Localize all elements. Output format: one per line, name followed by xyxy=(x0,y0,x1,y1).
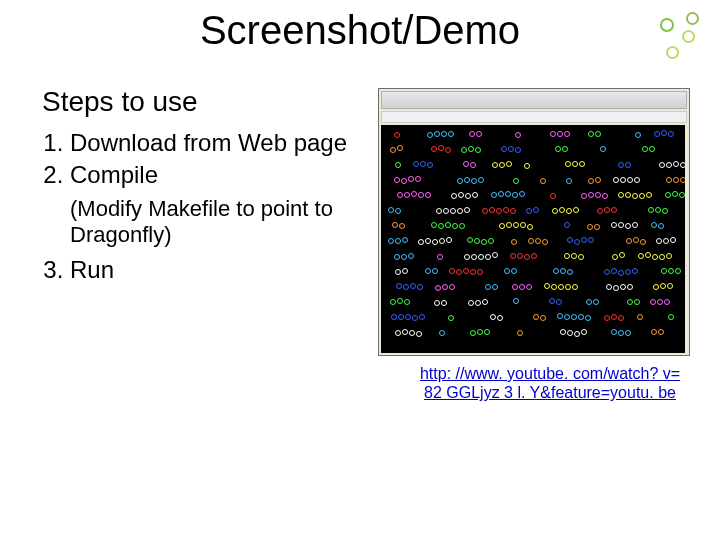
ring-icon xyxy=(666,253,672,259)
ring-icon xyxy=(410,283,416,289)
ring-icon xyxy=(458,192,464,198)
ring-icon xyxy=(491,192,497,198)
ring-icon xyxy=(392,222,398,228)
ring-icon xyxy=(443,208,449,214)
ring-icon xyxy=(415,176,421,182)
ring-icon xyxy=(555,146,561,152)
ring-icon xyxy=(639,193,645,199)
ring-icon xyxy=(550,131,556,137)
ring-icon xyxy=(517,330,523,336)
ring-icon xyxy=(478,177,484,183)
ring-icon xyxy=(632,193,638,199)
ring-icon xyxy=(477,269,483,275)
ring-icon xyxy=(524,163,530,169)
ring-icon xyxy=(604,315,610,321)
ring-icon xyxy=(395,330,401,336)
ring-icon xyxy=(391,314,397,320)
ring-icon xyxy=(627,284,633,290)
ring-icon xyxy=(565,161,571,167)
ring-icon xyxy=(574,239,580,245)
ring-icon xyxy=(524,254,530,260)
ring-icon xyxy=(475,300,481,306)
ring-icon xyxy=(602,193,608,199)
ring-icon xyxy=(549,298,555,304)
ring-icon xyxy=(651,222,657,228)
ring-icon xyxy=(632,222,638,228)
ring-icon xyxy=(504,268,510,274)
ring-icon xyxy=(564,222,570,228)
ring-icon xyxy=(442,284,448,290)
ring-icon xyxy=(588,178,594,184)
ring-icon xyxy=(611,329,617,335)
ring-icon xyxy=(664,299,670,305)
step-note: (Modify Makefile to point to Dragonfly) xyxy=(70,196,352,249)
ring-icon xyxy=(497,315,503,321)
ring-icon xyxy=(640,239,646,245)
ring-icon xyxy=(632,268,638,274)
ring-icon xyxy=(419,314,425,320)
ring-icon xyxy=(403,284,409,290)
ring-icon xyxy=(441,300,447,306)
ring-icon xyxy=(475,147,481,153)
ring-icon xyxy=(418,192,424,198)
ring-icon xyxy=(668,314,674,320)
ring-icon xyxy=(499,223,505,229)
ring-icon xyxy=(658,223,664,229)
ring-icon xyxy=(399,223,405,229)
ring-icon xyxy=(612,254,618,260)
ring-icon xyxy=(503,207,509,213)
ring-icon xyxy=(511,268,517,274)
ring-icon xyxy=(564,314,570,320)
ring-icon xyxy=(412,315,418,321)
ring-icon xyxy=(620,177,626,183)
ring-icon xyxy=(579,161,585,167)
ring-icon xyxy=(597,208,603,214)
ring-icon xyxy=(642,146,648,152)
ring-icon xyxy=(556,299,562,305)
ring-icon xyxy=(432,239,438,245)
ring-icon xyxy=(635,132,641,138)
ring-icon xyxy=(439,238,445,244)
step-list: Download from Web page Compile xyxy=(42,128,352,190)
ring-icon xyxy=(396,283,402,289)
ring-icon xyxy=(492,162,498,168)
ring-icon xyxy=(469,131,475,137)
ring-icon xyxy=(618,222,624,228)
ring-icon xyxy=(588,131,594,137)
ring-icon xyxy=(436,208,442,214)
ring-icon xyxy=(634,177,640,183)
ring-icon xyxy=(663,238,669,244)
video-link[interactable]: http: //www. youtube. com/watch? v= 82 G… xyxy=(400,364,700,402)
ring-icon xyxy=(517,253,523,259)
ring-icon xyxy=(418,239,424,245)
ring-icon xyxy=(526,208,532,214)
ring-icon xyxy=(388,238,394,244)
ring-icon xyxy=(666,177,672,183)
video-link-anchor[interactable]: http: //www. youtube. com/watch? v= 82 G… xyxy=(420,365,680,401)
ring-icon xyxy=(409,330,415,336)
ring-icon xyxy=(638,253,644,259)
ring-icon xyxy=(451,193,457,199)
ring-icon xyxy=(625,192,631,198)
ring-icon xyxy=(463,161,469,167)
ring-icon xyxy=(588,237,594,243)
ring-icon xyxy=(437,254,443,260)
ring-icon xyxy=(394,177,400,183)
ring-icon xyxy=(560,329,566,335)
ring-icon xyxy=(394,132,400,138)
ring-icon xyxy=(662,208,668,214)
ring-icon xyxy=(520,222,526,228)
ring-icon xyxy=(654,131,660,137)
ring-icon xyxy=(402,329,408,335)
ring-icon xyxy=(519,284,525,290)
ring-icon xyxy=(659,254,665,260)
ring-icon xyxy=(481,239,487,245)
ring-icon xyxy=(562,146,568,152)
ring-icon xyxy=(566,208,572,214)
ring-icon xyxy=(606,284,612,290)
ring-icon xyxy=(581,193,587,199)
ring-icon xyxy=(395,238,401,244)
ring-icon xyxy=(489,207,495,213)
ring-icon xyxy=(604,207,610,213)
ring-icon xyxy=(655,207,661,213)
